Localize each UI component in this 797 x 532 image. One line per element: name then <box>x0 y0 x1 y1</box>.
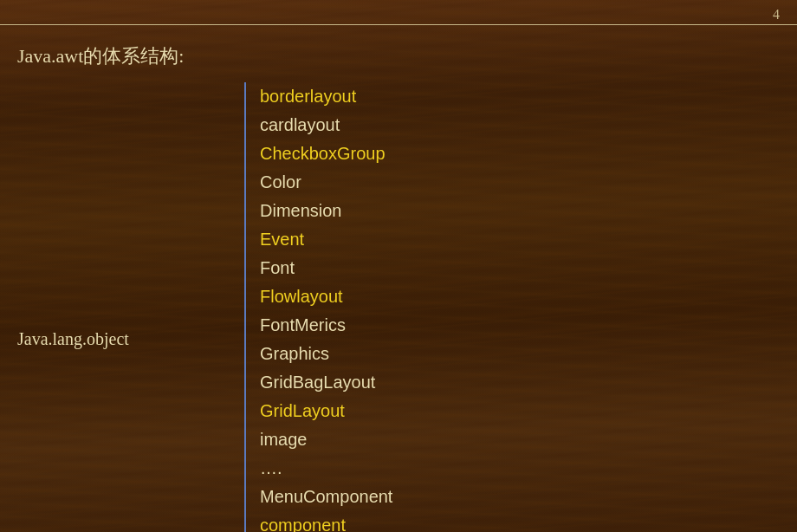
list-item: FontMerics <box>260 311 392 340</box>
list-item: component <box>260 511 392 532</box>
list-item: Event <box>260 225 392 254</box>
list-item: Flowlayout <box>260 282 392 311</box>
vertical-line <box>244 82 246 532</box>
main-content: Java.awt的体系结构: Java.lang.object borderla… <box>0 30 797 532</box>
java-lang-label: Java.lang.object <box>17 329 129 349</box>
list-item: CheckboxGroup <box>260 139 392 168</box>
list-item: GridLayout <box>260 397 392 425</box>
top-divider <box>0 24 797 25</box>
list-item: …. <box>260 454 392 483</box>
page-number: 4 <box>773 7 780 23</box>
items-list: borderlayoutcardlayoutCheckboxGroupColor… <box>260 82 392 532</box>
list-item: Color <box>260 168 392 197</box>
list-item: GridBagLayout <box>260 368 392 397</box>
list-item: borderlayout <box>260 82 392 111</box>
list-item: image <box>260 425 392 454</box>
list-item: Font <box>260 254 392 282</box>
list-item: cardlayout <box>260 111 392 139</box>
page-title: Java.awt的体系结构: <box>17 43 780 69</box>
list-item: Graphics <box>260 340 392 368</box>
list-item: MenuComponent <box>260 483 392 511</box>
diagram-container: Java.lang.object borderlayoutcardlayoutC… <box>17 82 780 532</box>
list-item: Dimension <box>260 197 392 225</box>
